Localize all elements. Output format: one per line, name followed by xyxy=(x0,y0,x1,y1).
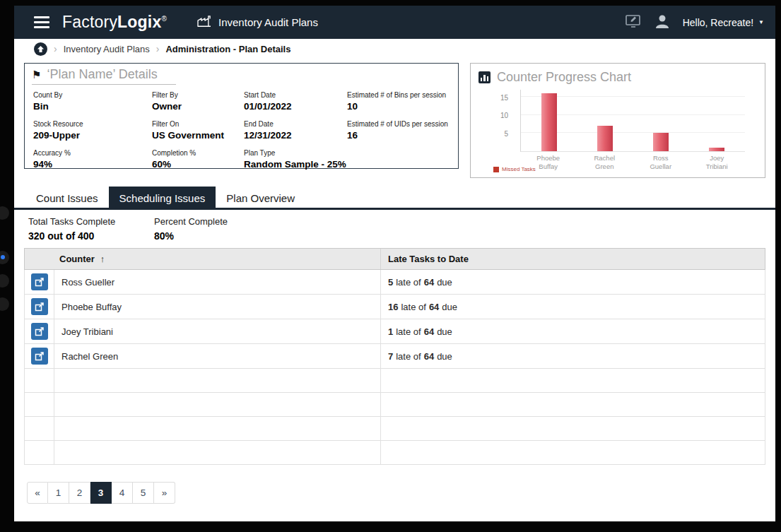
late-tasks-cell: 5late of64due xyxy=(388,277,765,288)
open-counter-icon[interactable] xyxy=(31,273,48,290)
feedback-monitor-icon[interactable] xyxy=(625,14,642,31)
pagination-last-button[interactable]: » xyxy=(154,482,175,504)
counters-table: Counter↑ Late Tasks to Date Ross Gueller… xyxy=(24,248,765,465)
field-start-date: Start Date 01/01/2022 xyxy=(244,91,347,112)
factory-icon xyxy=(196,15,212,30)
bar-phoebe-buffay xyxy=(541,93,557,151)
chart-title: Counter Progress Chart xyxy=(497,70,631,85)
counter-name: Phoebe Buffay xyxy=(54,295,381,319)
tab-count-issues[interactable]: Count Issues xyxy=(25,188,109,208)
edge-artifact-dot xyxy=(0,206,9,220)
pagination-page-1[interactable]: 1 xyxy=(48,482,69,504)
counter-progress-chart-card: Counter Progress Chart 15 10 5 xyxy=(470,63,765,178)
pagination-first-button[interactable]: « xyxy=(27,482,48,504)
edge-artifact-dot xyxy=(0,274,9,288)
legend-swatch-missed-tasks xyxy=(493,167,499,172)
bar-slot xyxy=(633,90,689,151)
open-counter-icon[interactable] xyxy=(31,298,48,315)
tab-scheduling-issues[interactable]: Scheduling Issues xyxy=(109,187,216,208)
chart-plot-area xyxy=(520,90,745,152)
column-header-late-tasks[interactable]: Late Tasks to Date xyxy=(381,249,765,270)
brand-part1: Factory xyxy=(62,13,117,31)
late-tasks-cell: 1late of64due xyxy=(388,326,765,337)
field-stock-resource: Stock Resource 209-Upper xyxy=(33,120,152,141)
late-tasks-cell: 7late of64due xyxy=(388,351,765,362)
brand-part2: Logix xyxy=(117,13,161,31)
breadcrumb: › Inventory Audit Plans › Administration… xyxy=(14,39,775,59)
table-row-empty xyxy=(25,441,765,465)
table-row[interactable]: Phoebe Buffay 16late of64due xyxy=(25,295,765,319)
breadcrumb-separator: › xyxy=(54,43,57,54)
cards-row: ⚑ ‘Plan Name’ Details Count By Bin Filte… xyxy=(14,59,775,178)
y-tick-10: 10 xyxy=(500,112,508,119)
field-est-uids: Estimated # of UIDs per session 16 xyxy=(347,120,451,141)
column-header-counter[interactable]: Counter↑ xyxy=(25,249,381,270)
field-filter-by: Filter By Owner xyxy=(152,91,244,112)
bar-joey-tribiani xyxy=(709,148,724,151)
pagination: « 1 2 3 4 5 » xyxy=(27,482,775,504)
y-tick-15: 15 xyxy=(500,94,508,102)
home-icon[interactable] xyxy=(34,42,47,56)
table-row-empty xyxy=(25,393,765,417)
percent-complete: Percent Complete 80% xyxy=(154,216,280,242)
breadcrumb-item-plan-details: Administration - Plan Details xyxy=(165,44,290,54)
bar-slot xyxy=(577,90,633,151)
tab-plan-overview[interactable]: Plan Overview xyxy=(216,188,305,208)
total-tasks-complete: Total Tasks Complete 320 out of 400 xyxy=(28,216,154,242)
app-title: Inventory Audit Plans xyxy=(218,16,318,28)
user-avatar-icon[interactable] xyxy=(653,13,671,32)
sort-ascending-icon: ↑ xyxy=(100,254,105,264)
brand-registered-mark: ® xyxy=(161,15,167,23)
open-counter-icon[interactable] xyxy=(31,348,48,365)
breadcrumb-item-inventory-audit-plans[interactable]: Inventory Audit Plans xyxy=(64,44,150,54)
table-row-empty xyxy=(25,417,765,441)
flag-icon: ⚑ xyxy=(32,69,41,80)
field-plan-type: Plan Type Random Sample - 25% xyxy=(244,149,347,170)
bar-slot xyxy=(521,90,577,151)
chart-y-axis: 15 10 5 xyxy=(471,90,515,152)
bar-slot xyxy=(689,90,745,151)
plan-fields-grid: Count By Bin Filter By Owner Start Date … xyxy=(25,85,458,170)
brand-logo: FactoryLogix® xyxy=(62,13,167,32)
y-tick-5: 5 xyxy=(504,130,508,138)
pagination-page-2[interactable]: 2 xyxy=(69,482,90,504)
counter-name: Rachel Green xyxy=(54,344,381,369)
summary-row: Total Tasks Complete 320 out of 400 Perc… xyxy=(14,210,775,242)
table-row-empty xyxy=(25,369,765,393)
open-counter-icon[interactable] xyxy=(31,323,48,340)
plan-details-title: ‘Plan Name’ Details xyxy=(47,67,157,82)
table-row[interactable]: Rachel Green 7late of64due xyxy=(25,344,765,369)
pagination-page-4[interactable]: 4 xyxy=(112,482,133,504)
chevron-down-icon: ▼ xyxy=(758,19,764,25)
field-end-date: End Date 12/31/2022 xyxy=(244,120,347,141)
field-est-bins: Estimated # of Bins per session 10 xyxy=(347,91,451,112)
x-label-joey: Joey Tribiani xyxy=(689,154,746,172)
field-completion: Completion % 60% xyxy=(152,149,244,170)
greeting-text: Hello, Recreate! xyxy=(683,17,753,28)
hamburger-menu-icon[interactable] xyxy=(34,16,51,28)
x-label-rachel: Rachel Green xyxy=(577,154,633,172)
counter-name: Ross Gueller xyxy=(54,270,381,295)
tab-bar: Count Issues Scheduling Issues Plan Over… xyxy=(14,187,775,210)
plan-details-card: ⚑ ‘Plan Name’ Details Count By Bin Filte… xyxy=(24,63,459,169)
x-label-ross: Ross Guellar xyxy=(633,154,689,172)
user-menu[interactable]: Hello, Recreate! ▼ xyxy=(683,17,764,28)
bar-ross-guellar xyxy=(653,133,669,151)
app-window: FactoryLogix® Inventory Audit Plans Hell… xyxy=(14,6,775,521)
late-tasks-cell: 16late of64due xyxy=(388,302,765,312)
edge-artifact-blue-dot xyxy=(1,255,5,259)
breadcrumb-separator: › xyxy=(156,43,160,54)
table-header-row: Counter↑ Late Tasks to Date xyxy=(25,249,765,270)
chart-x-labels: Phoebe Buffay Rachel Green Ross Guellar … xyxy=(520,154,745,172)
counter-name: Joey Tribiani xyxy=(54,319,381,344)
chart-legend: Missed Tasks xyxy=(493,166,536,172)
top-navbar: FactoryLogix® Inventory Audit Plans Hell… xyxy=(14,6,775,39)
pagination-page-5[interactable]: 5 xyxy=(133,482,154,504)
table-row[interactable]: Joey Tribiani 1late of64due xyxy=(25,319,765,344)
table-row[interactable]: Ross Gueller 5late of64due xyxy=(25,270,765,295)
navbar-right-group: Hello, Recreate! ▼ xyxy=(625,13,764,32)
legend-label: Missed Tasks xyxy=(502,166,536,172)
pagination-page-3[interactable]: 3 xyxy=(90,482,112,504)
field-count-by: Count By Bin xyxy=(33,91,152,112)
bar-rachel-green xyxy=(597,126,613,151)
